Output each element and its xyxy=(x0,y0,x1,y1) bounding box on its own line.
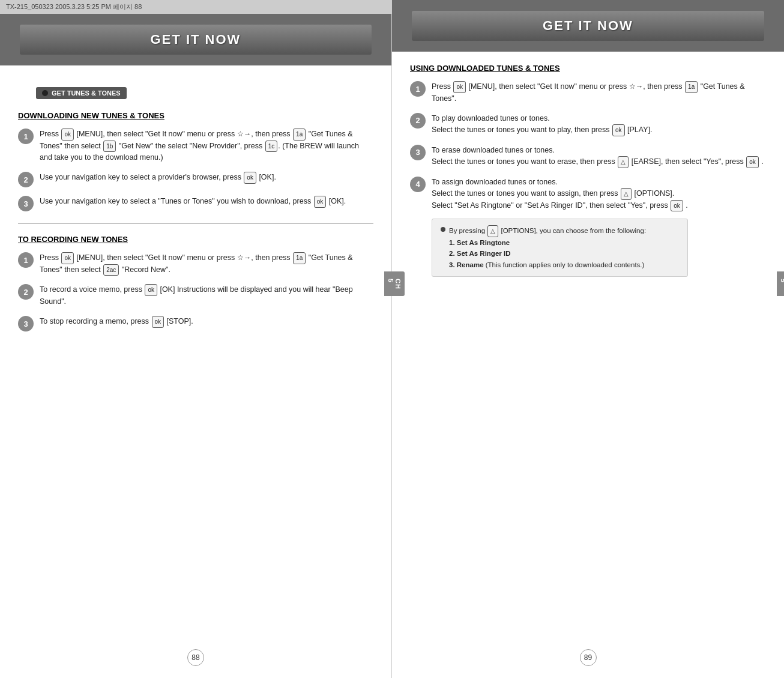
section1-title: DOWNLOADING NEW TUNES & TONES xyxy=(18,111,373,120)
ch5-tab-left: CH5 xyxy=(384,271,405,297)
ok-right-4: ok xyxy=(671,200,683,212)
right-step-number-1: 1 xyxy=(410,81,426,97)
right-step-4: 4 To assign downloaded tunes or tones. S… xyxy=(410,177,766,277)
info-intro: By pressing △ [OPTIONS], you can choose … xyxy=(449,225,646,270)
section-label-dot xyxy=(42,90,48,96)
right-step-text-4: To assign downloaded tunes or tones. Sel… xyxy=(432,177,688,277)
ok-key-2: ok xyxy=(244,172,256,184)
left-banner-title: GET IT NOW xyxy=(20,32,372,47)
ok-right-3: ok xyxy=(746,156,759,168)
ok-key-rec-2: ok xyxy=(145,284,157,296)
left-step-3: 3 Use your navigation key to select a "T… xyxy=(18,196,373,211)
step-text-2: Use your navigation key to select a prov… xyxy=(40,172,276,184)
step-text-rec-1: Press ok [MENU], then select "Get It now… xyxy=(40,252,373,276)
step-number-1: 1 xyxy=(18,129,34,144)
left-step-rec-1: 1 Press ok [MENU], then select "Get It n… xyxy=(18,252,373,276)
right-step-2: 2 To play downloaded tunes or tones. Sel… xyxy=(410,113,766,136)
info-box-intro-row: By pressing △ [OPTIONS], you can choose … xyxy=(441,225,679,270)
page-number-right: 89 xyxy=(580,649,597,666)
right-step-number-2: 2 xyxy=(410,113,426,129)
step-number-3: 3 xyxy=(18,196,34,211)
ok-key-1: ok xyxy=(61,129,74,141)
step-text-1: Press ok [MENU], then select "Get It now… xyxy=(40,129,373,163)
right-step-text-3: To erase downloaded tunes or tones. Sele… xyxy=(432,145,764,168)
step-number-rec-2: 2 xyxy=(18,284,34,300)
left-page: TX-215_050323 2005.3.23 5:25 PM 페이지 88 G… xyxy=(0,0,392,678)
step-number-2: 2 xyxy=(18,172,34,187)
key-rec-1a: 1a xyxy=(293,252,306,264)
right-header-banner: GET IT NOW xyxy=(392,0,784,52)
page-number-left: 88 xyxy=(187,649,204,666)
info-options-key: △ xyxy=(487,225,498,237)
nav-icon-rec: ☆ xyxy=(237,253,244,262)
right-step-1: 1 Press ok [MENU], then select "Get It n… xyxy=(410,81,766,104)
right-step-3: 3 To erase downloaded tunes or tones. Se… xyxy=(410,145,766,168)
step-text-rec-3: To stop recording a memo, press ok [STOP… xyxy=(40,316,193,328)
info-dot xyxy=(441,227,445,232)
step-text-rec-2: To record a voice memo, press ok [OK] In… xyxy=(40,284,373,307)
right-step-text-1: Press ok [MENU], then select "Get It now… xyxy=(432,81,766,104)
info-item-2: 2. Set As Ringer ID xyxy=(449,250,510,257)
info-item-3-label: 3. Rename xyxy=(449,261,484,268)
divider-1 xyxy=(18,223,373,224)
section-label-box: GET TUNES & TONES xyxy=(36,87,127,99)
section2-steps: 1 Press ok [MENU], then select "Get It n… xyxy=(18,252,373,331)
left-content: DOWNLOADING NEW TUNES & TONES 1 Press ok… xyxy=(0,111,391,331)
key-1c: 1c xyxy=(265,141,278,153)
options-key: △ xyxy=(621,188,632,200)
nav-icon-1: ☆ xyxy=(237,130,244,138)
right-steps: 1 Press ok [MENU], then select "Get It n… xyxy=(410,81,766,277)
right-banner-title: GET IT NOW xyxy=(412,18,765,34)
section1-steps: 1 Press ok [MENU], then select "Get It n… xyxy=(18,129,373,211)
info-item-3-text: (This function applies only to downloade… xyxy=(484,261,645,268)
ok-key-3: ok xyxy=(314,196,327,208)
erase-key: △ xyxy=(618,156,629,168)
left-step-2: 2 Use your navigation key to select a pr… xyxy=(18,172,373,187)
info-box: By pressing △ [OPTIONS], you can choose … xyxy=(432,219,688,277)
section2-title: TO RECORDING NEW TONES xyxy=(18,235,373,244)
ok-key-rec-1: ok xyxy=(61,252,74,264)
key-1a: 1a xyxy=(293,129,306,141)
step-number-rec-3: 3 xyxy=(18,316,34,331)
ch5-tab-right: CH5 xyxy=(777,271,784,297)
left-header-banner: GET IT NOW xyxy=(0,14,391,65)
using-title: USING DOWNLOADED TUNES & TONES xyxy=(410,64,766,73)
section-label-text: GET TUNES & TONES xyxy=(52,89,121,97)
nav-icon-right-1: ☆ xyxy=(629,82,636,91)
right-step-text-2: To play downloaded tunes or tones. Selec… xyxy=(432,113,652,136)
step-text-3: Use your navigation key to select a "Tun… xyxy=(40,196,346,208)
step-number-rec-1: 1 xyxy=(18,252,34,268)
left-step-1: 1 Press ok [MENU], then select "Get It n… xyxy=(18,129,373,163)
right-page: GET IT NOW USING DOWNLOADED TUNES & TONE… xyxy=(392,0,784,678)
info-item-1: 1. Set As Ringtone xyxy=(449,239,510,246)
right-content: 1 Press ok [MENU], then select "Get It n… xyxy=(392,81,784,277)
page-spread: TX-215_050323 2005.3.23 5:25 PM 페이지 88 G… xyxy=(0,0,784,678)
left-step-rec-2: 2 To record a voice memo, press ok [OK] … xyxy=(18,284,373,307)
key-rec-1b: 2ac xyxy=(103,264,119,276)
key-right-1a: 1a xyxy=(685,81,698,93)
ok-right-1: ok xyxy=(453,81,466,93)
file-header: TX-215_050323 2005.3.23 5:25 PM 페이지 88 xyxy=(0,0,391,14)
key-1b: 1b xyxy=(103,141,116,153)
ok-key-rec-3: ok xyxy=(152,316,164,328)
left-step-rec-3: 3 To stop recording a memo, press ok [ST… xyxy=(18,316,373,331)
ok-right-2: ok xyxy=(612,124,625,136)
right-step-number-3: 3 xyxy=(410,145,426,160)
right-step-number-4: 4 xyxy=(410,177,426,192)
